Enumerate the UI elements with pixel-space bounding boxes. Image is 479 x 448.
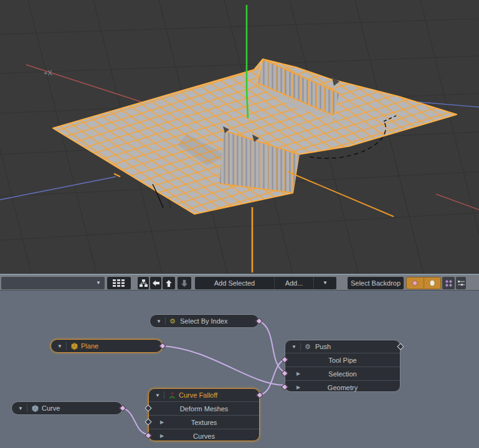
add-selected-label: Add Selected: [214, 279, 255, 287]
collapse-triangle-icon[interactable]: ▼: [153, 393, 163, 398]
expand-triangle-icon[interactable]: ▶: [296, 371, 300, 376]
backdrop-list-icon: [458, 280, 465, 286]
divider: [164, 391, 164, 399]
falloff-axis-icon: [168, 391, 176, 399]
arrow-up-icon: [165, 279, 173, 287]
layout-grid-button[interactable]: [107, 277, 131, 289]
node-row-textures[interactable]: ▶ Textures: [149, 415, 259, 429]
select-backdrop-button[interactable]: Select Backdrop: [348, 277, 404, 289]
backdrop-list-button[interactable]: [456, 277, 466, 289]
mesh-item-icon: [31, 404, 39, 413]
node-title: Curve: [42, 404, 60, 412]
divider: [27, 404, 27, 412]
add-button[interactable]: Add...: [275, 277, 313, 289]
add-dropdown-button[interactable]: ▼: [314, 277, 336, 289]
collapse-triangle-icon[interactable]: ▼: [154, 319, 164, 324]
node-plane[interactable]: ▼ Plane: [50, 339, 163, 353]
preset-dropdown[interactable]: ▼: [1, 277, 105, 289]
collapse-triangle-icon[interactable]: ▼: [16, 406, 26, 411]
gear-icon: ⚙: [305, 343, 313, 351]
mesh-item-icon: [70, 342, 78, 350]
node-title: Plane: [81, 342, 98, 350]
collapse-triangle-icon[interactable]: ▼: [289, 344, 299, 350]
add-label: Add...: [285, 279, 303, 287]
3d-viewport[interactable]: +X: [0, 0, 479, 274]
node-row-deform-meshes[interactable]: Deform Meshes: [149, 401, 259, 415]
grid-icon: [113, 279, 125, 287]
wire-selectbyindex-to-selection[interactable]: [259, 321, 285, 372]
gear-icon: ⚙: [169, 317, 178, 325]
collapse-triangle-icon[interactable]: ▼: [55, 343, 65, 349]
arrow-down-icon: [181, 279, 188, 287]
wire-curvefalloff-to-toolpipe[interactable]: [260, 359, 285, 395]
axis-label: +X: [44, 69, 52, 77]
wire-plane-to-geometry[interactable]: [163, 346, 285, 385]
chevron-down-icon: ▼: [96, 281, 101, 286]
node-select-by-index[interactable]: ▼ ⚙ Select By Index: [149, 314, 259, 328]
row-label: Selection: [328, 370, 356, 378]
arrow-left-icon: [152, 279, 160, 287]
diamond-connector-toggle[interactable]: [407, 278, 424, 289]
nav-back-button[interactable]: [150, 277, 161, 289]
node-title: Curve Falloff: [179, 391, 217, 399]
node-title: Push: [315, 343, 331, 350]
node-push[interactable]: ▼ ⚙ Push Tool Pipe ▶ Selection ▶ Geometr…: [285, 340, 401, 392]
hierarchy-icon: [140, 279, 148, 287]
row-label: Textures: [191, 419, 217, 426]
ellipse-node-toggle[interactable]: [424, 278, 441, 289]
schematic-toolbar: ▼: [0, 274, 479, 291]
schematic-view[interactable]: ▼ ⚙ Select By Index ▼ Plane ▼ ⚙ P: [0, 291, 479, 448]
node-row-curves[interactable]: ▶ Curves: [149, 429, 259, 442]
expand-triangle-icon[interactable]: ▶: [296, 385, 300, 390]
node-row-selection[interactable]: ▶ Selection: [285, 366, 400, 380]
viewport-canvas: +X: [0, 0, 479, 274]
add-selected-button[interactable]: Add Selected: [195, 277, 274, 289]
node-curve[interactable]: ▼ Curve: [11, 401, 123, 415]
nav-up-button[interactable]: [163, 277, 175, 289]
chevron-down-icon: ▼: [323, 281, 328, 286]
tree-view-button[interactable]: [138, 277, 149, 289]
expand-triangle-icon[interactable]: ▶: [160, 419, 164, 425]
row-label: Tool Pipe: [328, 357, 356, 364]
nav-down-button[interactable]: [178, 277, 191, 289]
node-curve-falloff[interactable]: ▼ Curve Falloff Deform Meshes ▶ Textures…: [148, 388, 260, 441]
node-row-tool-pipe[interactable]: Tool Pipe: [285, 353, 400, 366]
add-toolbar-bar: Add Selected Add... ▼: [195, 277, 336, 289]
node-row-geometry[interactable]: ▶ Geometry: [285, 380, 400, 394]
link-diamond-icon: [411, 279, 419, 287]
row-label: Curves: [193, 432, 215, 440]
expand-triangle-icon[interactable]: ▶: [160, 433, 164, 439]
node-title: Select By Index: [180, 317, 227, 325]
show-connectors-button[interactable]: [442, 277, 455, 289]
divider: [300, 343, 301, 350]
row-label: Deform Meshes: [180, 405, 229, 413]
connector-style-toggle-group: [406, 277, 441, 289]
show-connectors-icon: [445, 279, 453, 287]
select-backdrop-label: Select Backdrop: [351, 279, 401, 287]
modo-application-window: { "viewport": { "axis_label": "+X", "col…: [0, 0, 479, 448]
node-shape-icon: [429, 279, 436, 287]
row-label: Geometry: [328, 384, 358, 391]
divider: [165, 317, 166, 325]
divider: [66, 342, 67, 350]
